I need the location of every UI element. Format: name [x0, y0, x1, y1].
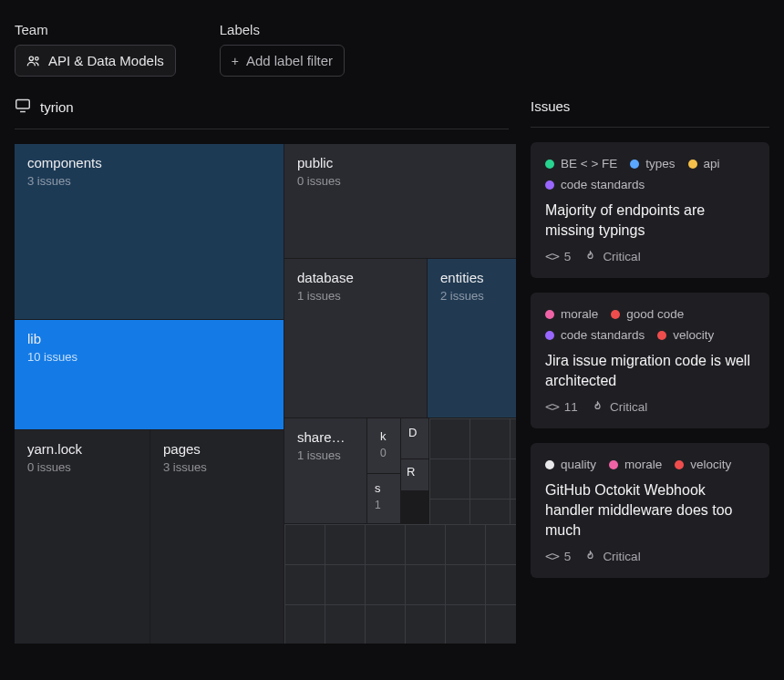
issue-tag[interactable]: velocity	[675, 458, 731, 471]
tag-label: api	[704, 157, 720, 170]
tag-label: types	[645, 157, 675, 170]
treemap-smallfiles-grid[interactable]	[284, 524, 516, 644]
issue-tag[interactable]: quality	[545, 458, 596, 471]
issue-footer: <>11Critical	[545, 399, 755, 414]
issue-severity: Critical	[583, 250, 640, 263]
issue-tag[interactable]: code standards	[545, 178, 645, 191]
tag-label: velocity	[673, 328, 714, 342]
issue-count: 11	[564, 400, 578, 414]
filters-bar: Team API & Data Models Labels + Add labe…	[0, 0, 784, 86]
svg-rect-2	[16, 99, 30, 108]
issue-card[interactable]: qualitymoralevelocityGitHub Octokit Webh…	[531, 443, 769, 578]
issue-tag[interactable]: morale	[609, 458, 662, 471]
issue-title: GitHub Octokit Webhook handler middlewar…	[545, 480, 755, 540]
tag-dot-icon	[630, 160, 639, 169]
issue-severity-label: Critical	[610, 400, 647, 414]
tag-label: quality	[561, 458, 596, 471]
issue-card[interactable]: BE < > FEtypesapicode standardsMajority …	[531, 142, 769, 278]
treemap-cell-pages[interactable]: pages 3 issues	[150, 430, 284, 644]
issues-list: BE < > FEtypesapicode standardsMajority …	[531, 142, 769, 578]
issue-tag[interactable]: code standards	[545, 328, 645, 342]
labels-filter-group: Labels + Add label filter	[220, 22, 345, 77]
treemap-cell-s[interactable]: s 1	[367, 474, 400, 523]
flame-icon	[591, 400, 604, 414]
team-filter-group: Team API & Data Models	[15, 22, 176, 77]
tag-dot-icon	[545, 160, 554, 169]
tag-dot-icon	[609, 460, 618, 469]
issue-footer: <>5Critical	[545, 249, 755, 263]
tag-dot-icon	[545, 180, 554, 190]
flame-icon	[583, 250, 597, 263]
issue-title: Jira issue migration code is well archit…	[545, 351, 755, 390]
treemap-cell-database[interactable]: database 1 issues	[284, 259, 427, 417]
code-icon: <>	[545, 549, 559, 563]
issue-tag[interactable]: api	[688, 157, 720, 170]
team-filter-pill[interactable]: API & Data Models	[15, 45, 176, 77]
treemap-cell-k[interactable]: k 0	[367, 418, 400, 473]
tag-label: velocity	[690, 458, 731, 471]
issue-card[interactable]: moralegood codecode standardsvelocityJir…	[531, 293, 769, 428]
tag-dot-icon	[545, 460, 554, 469]
tag-dot-icon	[545, 331, 554, 340]
svg-point-0	[29, 57, 33, 60]
plus-icon: +	[232, 54, 239, 68]
labels-filter-label: Labels	[220, 22, 345, 37]
issue-tag[interactable]: velocity	[657, 328, 714, 342]
issue-severity: Critical	[591, 400, 647, 414]
tag-label: BE < > FE	[561, 157, 617, 170]
treemap[interactable]: components 3 issues lib 10 issues yarn.l…	[15, 144, 516, 644]
svg-point-1	[36, 57, 38, 59]
treemap-cell-r[interactable]: R	[401, 459, 428, 490]
people-icon	[26, 55, 41, 67]
team-filter-label: Team	[15, 22, 176, 37]
issue-tag[interactable]: BE < > FE	[545, 157, 617, 170]
tag-dot-icon	[545, 310, 554, 319]
issue-severity-label: Critical	[603, 550, 640, 563]
issue-count: 5	[564, 550, 572, 563]
treemap-smallfiles-grid-2[interactable]	[429, 418, 516, 524]
flame-icon	[583, 550, 597, 563]
treemap-cell-share[interactable]: share… 1 issues	[284, 418, 366, 523]
tag-label: code standards	[561, 178, 645, 191]
treemap-cell-yarnlock[interactable]: yarn.lock 0 issues	[15, 430, 150, 644]
issue-title: Majority of endpoints are missing typing…	[545, 201, 755, 240]
issue-code-count: <>11	[545, 399, 578, 414]
issue-tag[interactable]: morale	[545, 307, 598, 321]
project-name: tyrion	[40, 99, 74, 115]
add-label-filter-button[interactable]: + Add label filter	[220, 45, 345, 77]
issue-severity-label: Critical	[603, 250, 640, 263]
treemap-cell-components[interactable]: components 3 issues	[15, 144, 284, 319]
issue-footer: <>5Critical	[545, 549, 755, 563]
tag-dot-icon	[675, 460, 684, 469]
tag-label: morale	[561, 307, 598, 321]
issue-tags: BE < > FEtypesapicode standards	[545, 157, 755, 191]
issues-heading: Issues	[531, 98, 570, 114]
issue-count: 5	[564, 250, 572, 263]
issue-code-count: <>5	[545, 549, 571, 563]
treemap-cell-public[interactable]: public 0 issues	[284, 144, 516, 258]
tag-dot-icon	[657, 331, 666, 340]
issue-tags: qualitymoralevelocity	[545, 458, 755, 471]
tag-dot-icon	[611, 310, 620, 319]
issue-tag[interactable]: types	[630, 157, 675, 170]
project-header: tyrion	[15, 86, 509, 129]
team-filter-value: API & Data Models	[48, 53, 164, 68]
treemap-cell-lib[interactable]: lib 10 issues	[15, 320, 284, 429]
issue-tag[interactable]: good code	[611, 307, 684, 321]
issues-header: Issues	[531, 86, 769, 128]
tag-label: code standards	[561, 328, 645, 342]
issue-severity: Critical	[583, 550, 640, 563]
issue-code-count: <>5	[545, 249, 571, 263]
tag-dot-icon	[688, 160, 697, 169]
monitor-icon	[15, 98, 31, 116]
code-icon: <>	[545, 399, 559, 414]
add-label-filter-text: Add label filter	[246, 53, 333, 68]
code-icon: <>	[545, 249, 559, 263]
tag-label: morale	[624, 458, 662, 471]
treemap-cell-d[interactable]: D	[401, 418, 428, 458]
issue-tags: moralegood codecode standardsvelocity	[545, 307, 755, 342]
tag-label: good code	[626, 307, 684, 321]
treemap-cell-entities[interactable]: entities 2 issues	[428, 259, 516, 417]
